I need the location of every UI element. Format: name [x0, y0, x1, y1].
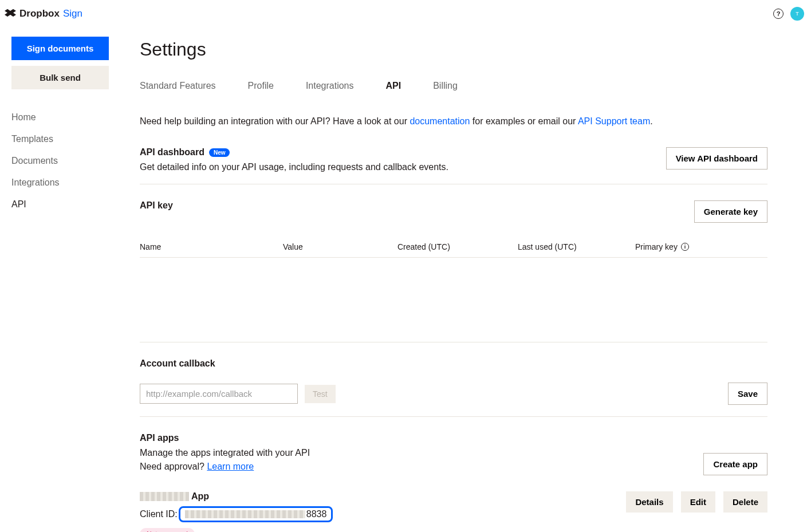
sidebar: Sign documents Bulk send Home Templates … [0, 27, 126, 532]
new-badge: New [209, 148, 230, 157]
col-name: Name [140, 242, 283, 251]
create-app-button[interactable]: Create app [703, 453, 767, 475]
dropbox-icon [5, 8, 16, 19]
app-row: App Client ID: 8838 Not approved Details… [140, 491, 767, 532]
help-icon[interactable]: ? [773, 9, 784, 19]
help-text: Need help building an integration with o… [140, 116, 767, 127]
sidebar-item-api[interactable]: API [11, 194, 115, 215]
col-created: Created (UTC) [397, 242, 518, 251]
callback-url-input[interactable] [140, 384, 298, 404]
client-id-value[interactable]: 8838 [179, 506, 333, 522]
status-badge: Not approved [140, 528, 195, 532]
redacted-client-id [185, 510, 305, 518]
account-callback-title: Account callback [140, 358, 215, 369]
sidebar-nav: Home Templates Documents Integrations AP… [11, 107, 115, 215]
info-icon[interactable]: i [681, 243, 689, 251]
tab-api[interactable]: API [386, 81, 401, 93]
brand-name: Dropbox [19, 8, 60, 19]
sidebar-item-templates[interactable]: Templates [11, 128, 115, 150]
approval-text: Need approval? Learn more [140, 462, 310, 472]
page-title: Settings [140, 39, 767, 60]
tab-standard-features[interactable]: Standard Features [140, 81, 216, 93]
bulk-send-button[interactable]: Bulk send [11, 66, 109, 89]
redacted-app-name [140, 492, 189, 501]
col-lastused: Last used (UTC) [518, 242, 635, 251]
avatar[interactable]: T [790, 7, 804, 21]
sidebar-item-integrations[interactable]: Integrations [11, 172, 115, 194]
app-name-suffix: App [191, 491, 209, 502]
save-callback-button[interactable]: Save [728, 383, 767, 405]
view-api-dashboard-button[interactable]: View API dashboard [666, 147, 767, 170]
client-id-suffix: 8838 [306, 509, 327, 519]
sidebar-item-home[interactable]: Home [11, 107, 115, 128]
api-key-title: API key [140, 200, 173, 211]
brand-logo-area[interactable]: Dropbox Sign [5, 8, 82, 19]
api-dashboard-desc: Get detailed info on your API usage, inc… [140, 162, 666, 172]
sign-documents-button[interactable]: Sign documents [11, 37, 109, 60]
test-callback-button[interactable]: Test [305, 385, 336, 403]
tab-profile[interactable]: Profile [248, 81, 274, 93]
api-key-table: Name Value Created (UTC) Last used (UTC)… [140, 237, 767, 258]
edit-button[interactable]: Edit [681, 491, 715, 513]
api-support-link[interactable]: API Support team [578, 116, 650, 126]
api-apps-desc: Manage the apps integrated with your API [140, 448, 310, 458]
api-apps-title: API apps [140, 433, 179, 443]
tab-billing[interactable]: Billing [433, 81, 458, 93]
details-button[interactable]: Details [626, 491, 672, 513]
documentation-link[interactable]: documentation [410, 116, 470, 126]
brand-product: Sign [63, 8, 82, 19]
generate-key-button[interactable]: Generate key [694, 200, 767, 223]
sidebar-item-documents[interactable]: Documents [11, 150, 115, 172]
col-primary: Primary key i [635, 242, 767, 251]
delete-button[interactable]: Delete [723, 491, 767, 513]
tabs: Standard Features Profile Integrations A… [140, 81, 767, 93]
api-dashboard-title: API dashboard New [140, 147, 230, 157]
main-content: Settings Standard Features Profile Integ… [126, 27, 802, 532]
learn-more-link[interactable]: Learn more [207, 462, 254, 471]
tab-integrations[interactable]: Integrations [306, 81, 354, 93]
col-value: Value [283, 242, 397, 251]
client-id-label: Client ID: [140, 509, 178, 519]
api-key-empty-area [140, 274, 767, 342]
